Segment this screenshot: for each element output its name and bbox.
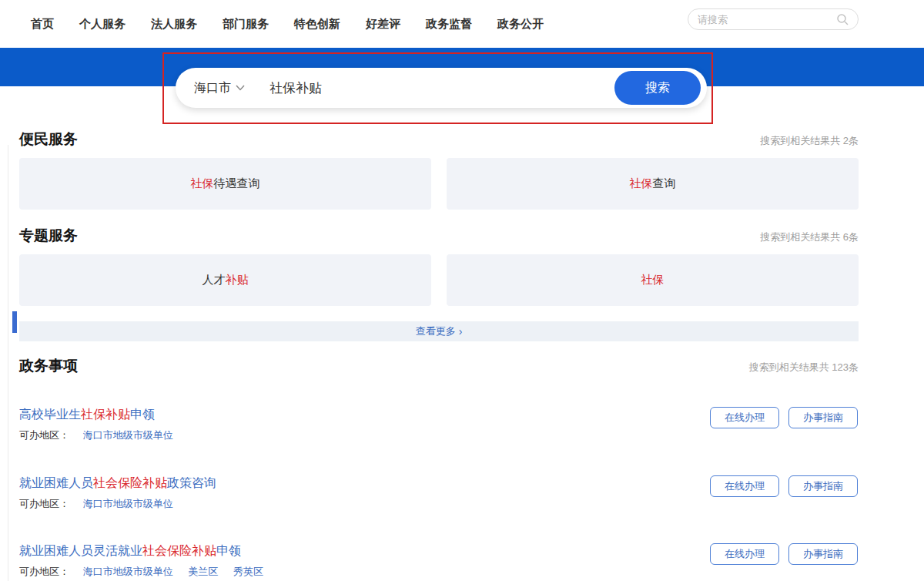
section-title-convenience: 便民服务 [19, 129, 78, 149]
card-text-highlight: 补贴 [226, 273, 249, 287]
region-link[interactable]: 海口市地级市级单位 [83, 429, 173, 441]
card-text: 查询 [653, 176, 676, 191]
search-button[interactable]: 搜索 [614, 71, 701, 105]
gov-affairs-result-count: 搜索到相关结果共 123条 [749, 361, 859, 376]
card-talent-subsidy[interactable]: 人才补贴 [19, 254, 431, 306]
nav-item-personal-services[interactable]: 个人服务 [79, 17, 126, 32]
section-title-topic: 专题服务 [19, 226, 78, 246]
card-social-security-benefit-query[interactable]: 社保待遇查询 [19, 158, 431, 210]
item-actions: 在线办理 办事指南 [710, 407, 858, 428]
nav-item-department-services[interactable]: 部门服务 [223, 17, 269, 32]
chevron-right-icon: › [459, 325, 463, 338]
item-title-text: 就业困难人员 [19, 476, 93, 489]
gov-affairs-item: 就业困难人员社会保险补贴政策咨询 可办地区： 海口市地级市级单位 在线办理 办事… [19, 475, 859, 520]
view-more-link[interactable]: 查看更多 › [19, 321, 859, 341]
item-title-highlight: 社保补贴 [81, 408, 130, 421]
online-service-button[interactable]: 在线办理 [710, 543, 779, 565]
nav-item-featured-innovation[interactable]: 特色创新 [294, 17, 340, 32]
topic-section-header: 专题服务 搜索到相关结果共 6条 [19, 226, 859, 246]
service-guide-button[interactable]: 办事指南 [788, 407, 858, 428]
nav-item-legal-entity-services[interactable]: 法人服务 [151, 17, 197, 32]
main-search-bar: 海口市 搜索 [176, 68, 707, 108]
region-label: 可办地区： [19, 429, 69, 441]
city-selector-value: 海口市 [194, 80, 231, 96]
item-title-link[interactable]: 就业困难人员灵活就业社会保险补贴申领 [19, 543, 681, 559]
item-title-link[interactable]: 高校毕业生社保补贴申领 [19, 407, 681, 422]
top-search-box[interactable] [688, 8, 859, 30]
card-text-highlight: 社保 [191, 176, 214, 191]
item-actions: 在线办理 办事指南 [710, 475, 858, 497]
card-text-highlight: 社保 [630, 176, 653, 191]
region-link[interactable]: 海口市地级市级单位 [83, 498, 173, 509]
region-label: 可办地区： [19, 566, 69, 577]
item-title-highlight: 社会保险补贴 [93, 476, 167, 489]
item-region-row: 可办地区： 海口市地级市级单位 [19, 428, 186, 442]
nav-item-home[interactable]: 首页 [31, 17, 54, 32]
city-selector[interactable]: 海口市 [194, 80, 245, 96]
item-title-text: 高校毕业生 [19, 408, 81, 421]
card-social-security[interactable]: 社保 [447, 254, 859, 306]
portal-search-results-page: 首页 个人服务 法人服务 部门服务 特色创新 好差评 政务监督 政务公开 海口市… [0, 0, 924, 581]
scroll-thumb[interactable] [12, 311, 17, 333]
card-social-security-query[interactable]: 社保查询 [447, 158, 859, 210]
nav-item-gov-disclosure[interactable]: 政务公开 [497, 17, 544, 32]
search-icon [836, 13, 849, 25]
left-scroll-rail [8, 145, 8, 581]
service-guide-button[interactable]: 办事指南 [788, 543, 858, 565]
item-title-text: 政策咨询 [167, 476, 216, 489]
card-text-highlight: 社保 [641, 273, 665, 287]
top-search-input[interactable] [698, 14, 836, 25]
item-title-highlight: 社会保险补贴 [142, 544, 216, 557]
region-link[interactable]: 美兰区 [188, 566, 218, 577]
item-actions: 在线办理 办事指南 [710, 543, 858, 565]
gov-affairs-item: 就业困难人员灵活就业社会保险补贴申领 可办地区： 海口市地级市级单位 美兰区 秀… [19, 543, 859, 581]
item-region-row: 可办地区： 海口市地级市级单位 美兰区 秀英区 [19, 565, 276, 579]
region-link[interactable]: 秀英区 [233, 566, 263, 577]
region-link[interactable]: 海口市地级市级单位 [83, 566, 173, 577]
gov-affairs-section-header: 政务事项 搜索到相关结果共 123条 [19, 356, 859, 376]
topic-cards: 人才补贴 社保 [19, 254, 859, 306]
chevron-down-icon [236, 85, 245, 91]
card-text: 待遇查询 [214, 176, 260, 191]
item-title-text: 申领 [216, 544, 241, 557]
service-guide-button[interactable]: 办事指南 [788, 475, 858, 497]
online-service-button[interactable]: 在线办理 [710, 475, 779, 497]
item-region-row: 可办地区： 海口市地级市级单位 [19, 497, 186, 511]
convenience-cards: 社保待遇查询 社保查询 [19, 158, 859, 210]
view-more-label: 查看更多 [416, 324, 456, 338]
main-menu: 首页 个人服务 法人服务 部门服务 特色创新 好差评 政务监督 政务公开 [31, 0, 544, 48]
item-title-text: 申领 [130, 408, 155, 421]
gov-affairs-item: 高校毕业生社保补贴申领 可办地区： 海口市地级市级单位 在线办理 办事指南 [19, 407, 859, 452]
nav-item-rating[interactable]: 好差评 [366, 17, 400, 32]
section-title-gov-affairs: 政务事项 [19, 356, 78, 376]
topic-result-count: 搜索到相关结果共 6条 [760, 230, 859, 246]
top-nav: 首页 个人服务 法人服务 部门服务 特色创新 好差评 政务监督 政务公开 [0, 0, 924, 48]
nav-item-gov-supervision[interactable]: 政务监督 [426, 17, 472, 32]
convenience-section-header: 便民服务 搜索到相关结果共 2条 [19, 129, 859, 149]
convenience-result-count: 搜索到相关结果共 2条 [760, 134, 859, 149]
item-title-link[interactable]: 就业困难人员社会保险补贴政策咨询 [19, 475, 681, 491]
item-title-text: 就业困难人员灵活就业 [19, 544, 142, 557]
region-label: 可办地区： [19, 498, 69, 509]
online-service-button[interactable]: 在线办理 [710, 407, 779, 428]
card-text: 人才 [203, 273, 226, 287]
